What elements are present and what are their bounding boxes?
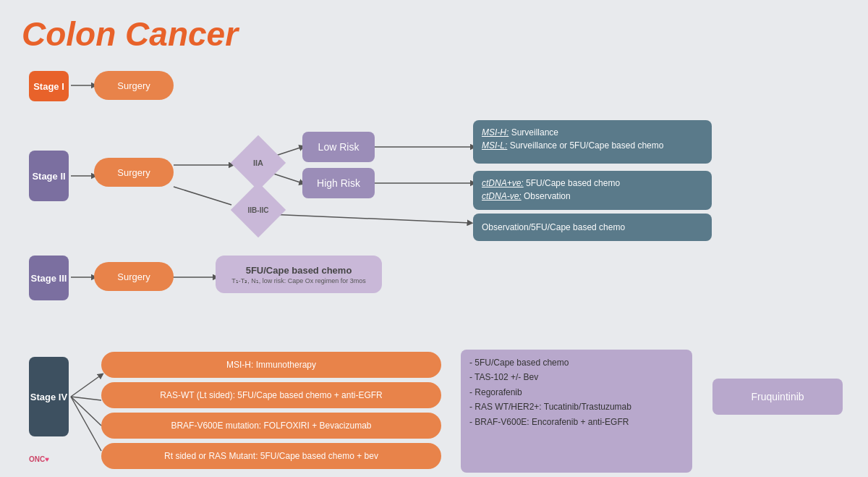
logo: ONC♥ xyxy=(29,455,49,463)
stage1-surgery: Surgery xyxy=(94,71,174,100)
stage-4-box: Stage IV xyxy=(29,357,69,436)
svg-line-11 xyxy=(71,375,101,397)
stage4-pill-1: MSI-H: Immunotherapy xyxy=(101,352,441,378)
stage3-chemo: 5FU/Cape based chemo T₁-T₃, N₁, low risk… xyxy=(216,256,382,293)
page: Colon Cancer xyxy=(0,0,868,477)
high-risk-info: ctDNA+ve: 5FU/Cape based chemoctDNA-ve: … xyxy=(473,171,712,210)
svg-line-13 xyxy=(71,397,101,426)
diagram: Stage I Surgery Stage II Surgery IIA IIB… xyxy=(22,64,846,469)
stage2-surgery: Surgery xyxy=(94,158,174,187)
diamond-iia: IIA xyxy=(239,143,278,182)
stage3-surgery: Surgery xyxy=(94,262,174,291)
stage4-pill-3: BRAF-V600E mutation: FOLFOXIRI + Bevaciz… xyxy=(101,413,441,439)
stage4-pill-4: Rt sided or RAS Mutant: 5FU/Cape based c… xyxy=(101,443,441,469)
svg-line-12 xyxy=(71,397,101,400)
low-risk-info: MSI-H: SurveillanceMSI-L: Surveillance o… xyxy=(473,120,712,164)
stage4-info: - 5FU/Cape based chemo - TAS-102 +/- Bev… xyxy=(461,350,692,473)
svg-line-6 xyxy=(269,214,470,223)
low-risk-box: Low Risk xyxy=(302,132,375,162)
iib-info: Observation/5FU/Cape based chemo xyxy=(473,214,712,241)
svg-line-14 xyxy=(71,397,101,451)
fruquintinib-box: Fruquintinib xyxy=(712,379,843,415)
stage-1-box: Stage I xyxy=(29,71,69,101)
stage-2-box: Stage II xyxy=(29,151,69,201)
high-risk-box: High Risk xyxy=(302,168,375,198)
stage-3-box: Stage III xyxy=(29,256,69,300)
page-title: Colon Cancer xyxy=(22,14,846,54)
diamond-iib: IIB-IIC xyxy=(239,190,278,229)
svg-line-3 xyxy=(174,187,231,205)
stage4-pill-2: RAS-WT (Lt sided): 5FU/Cape based chemo … xyxy=(101,382,441,408)
